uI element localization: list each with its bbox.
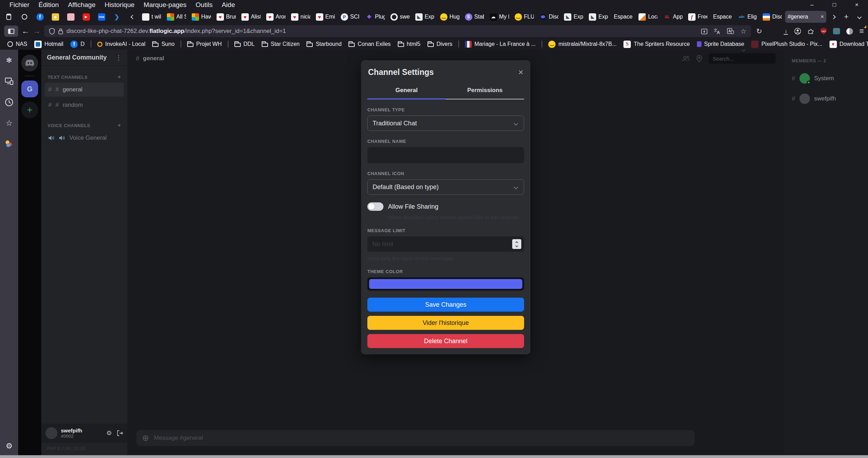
tab[interactable]: SCI RE (338, 11, 362, 23)
voice-channel-item[interactable]: Voice General (45, 131, 124, 145)
sidebar-toggle-button[interactable] (4, 26, 18, 37)
account-icon[interactable] (794, 28, 801, 35)
tab[interactable]: Explor (586, 11, 611, 23)
menu-outils[interactable]: Outils (191, 1, 217, 9)
channel-item-general[interactable]: # # general (45, 83, 124, 97)
members-toggle-icon[interactable] (682, 55, 690, 62)
scroll-tabs-right-icon[interactable] (827, 11, 839, 22)
new-tab-button[interactable]: + (840, 11, 852, 22)
profile-colors-icon[interactable] (6, 140, 13, 147)
facebook-pinned-tab[interactable] (33, 11, 47, 23)
logout-icon[interactable] (117, 430, 123, 436)
theme-color-input[interactable] (367, 277, 524, 291)
save-changes-button[interactable]: Save Changes (367, 298, 524, 312)
translate-icon[interactable]: 文 A (714, 28, 721, 34)
member-row-system[interactable]: # System (792, 73, 860, 84)
message-input[interactable]: ⊕ Message #general (136, 430, 694, 446)
robot-extension-icon[interactable] (833, 28, 840, 34)
bookmark-item[interactable]: Sprite Database (694, 40, 748, 49)
message-limit-input[interactable] (367, 236, 524, 252)
history-clock-icon[interactable] (5, 98, 13, 106)
menu-aide[interactable]: Aide (217, 1, 240, 9)
devices-icon[interactable] (5, 77, 13, 85)
settings-gear-icon[interactable]: ⚙ (5, 442, 13, 450)
tab[interactable]: Eligibi (735, 11, 760, 23)
channel-type-select[interactable]: Traditional Chat (367, 116, 524, 131)
channel-item-random[interactable]: # # random (45, 98, 124, 112)
server-menu-icon[interactable]: ⋮ (115, 54, 122, 62)
tab[interactable]: My Ha (487, 11, 511, 23)
tab[interactable]: Aromy (264, 11, 288, 23)
tab[interactable]: Appar (661, 11, 685, 23)
pin-icon[interactable] (696, 55, 702, 62)
add-text-channel-icon[interactable]: + (118, 74, 121, 81)
menu-historique[interactable]: Historique (100, 1, 139, 9)
tab[interactable]: Explor (562, 11, 586, 23)
tab-general[interactable]: General (367, 83, 446, 99)
delete-channel-button[interactable]: Delete Channel (367, 334, 524, 348)
tab[interactable]: t will (140, 11, 164, 23)
tab[interactable]: All Siz (164, 11, 189, 23)
dsm-pinned-tab[interactable] (94, 11, 109, 23)
bookmark-item[interactable]: Mariage - La France à ... (462, 40, 539, 49)
minimize-button[interactable]: – (801, 0, 823, 10)
tab[interactable]: Alister (239, 11, 263, 23)
reload-icon[interactable]: ↻ (756, 27, 762, 35)
file-sharing-toggle[interactable] (367, 202, 383, 211)
tab[interactable]: Espace clie (611, 11, 635, 23)
tab[interactable]: FLUX.2 (512, 11, 536, 23)
bookmark-item[interactable]: PixelPlush Studio - Pix... (748, 40, 825, 49)
tab[interactable]: Locati (636, 11, 660, 23)
server-icon-g[interactable]: G (21, 81, 38, 97)
tab[interactable]: Espace abo (711, 11, 735, 23)
bookmark-folder[interactable]: Starbound (303, 40, 345, 49)
scroll-tabs-left-icon[interactable] (127, 11, 139, 22)
channel-icon-select[interactable]: Default (Based on type) (367, 179, 524, 195)
synology-pinned-tab[interactable] (110, 11, 124, 23)
back-button[interactable]: ← (22, 27, 29, 36)
gray-extension-icon[interactable] (846, 28, 853, 35)
bookmark-folder[interactable]: Suno (149, 40, 177, 49)
ai-chatbot-icon[interactable]: ✻ (5, 56, 13, 64)
bookmark-folder[interactable]: DDL (231, 40, 258, 49)
tab[interactable]: Plugin (363, 11, 387, 23)
bookmark-item[interactable]: D (67, 40, 88, 49)
globe-pinned-tab[interactable] (17, 11, 32, 23)
tab-permissions[interactable]: Permissions (446, 83, 524, 99)
tab[interactable]: Free : (686, 11, 710, 23)
tab[interactable]: Stable (463, 11, 487, 23)
tab[interactable]: Bruni2 (214, 11, 238, 23)
tab[interactable]: Discor (537, 11, 561, 23)
bookmark-star-icon[interactable]: ☆ (740, 27, 746, 35)
tab[interactable]: swefpi (388, 11, 412, 23)
bookmark-item[interactable]: Hotmail (31, 40, 66, 49)
app-menu-icon[interactable]: ≡ (859, 27, 864, 36)
sprite-pinned-tab[interactable] (63, 11, 78, 23)
tab[interactable]: Huggi (438, 11, 462, 23)
close-button[interactable]: × (846, 0, 868, 10)
add-server-button[interactable]: + (21, 102, 38, 118)
bookmark-item[interactable]: mistralai/Mixtral-8x7B... (545, 40, 620, 49)
forward-button[interactable]: → (33, 27, 41, 36)
bookmark-item[interactable]: Download Time Mana... (826, 40, 868, 49)
firefox-view-button[interactable] (3, 11, 15, 22)
gold-pinned-tab[interactable] (48, 11, 63, 23)
bookmark-folder[interactable]: Divers (424, 40, 456, 49)
list-tabs-icon[interactable] (853, 11, 865, 22)
clear-history-button[interactable]: Vider l'historique (367, 316, 524, 330)
bookmarks-star-sidebar-icon[interactable]: ☆ (5, 119, 13, 127)
menu-edition[interactable]: Édition (34, 1, 63, 9)
user-settings-gear-icon[interactable]: ⚙ (106, 429, 112, 437)
discord-home-button[interactable] (21, 55, 38, 71)
bookmark-folder[interactable]: html5 (395, 40, 424, 49)
tab[interactable]: Discor (760, 11, 784, 23)
member-row-swefpifh[interactable]: # swefpifh (792, 93, 860, 104)
tab[interactable]: Hawai (189, 11, 213, 23)
channel-name-input[interactable] (367, 147, 524, 163)
tab-close-icon[interactable]: × (820, 13, 824, 20)
menu-fichier[interactable]: Fichier (5, 1, 34, 9)
modal-close-icon[interactable]: × (518, 67, 523, 77)
server-header[interactable]: General Community ⋮ (41, 50, 127, 66)
tab[interactable]: Emie0 (313, 11, 338, 23)
downloads-icon[interactable]: ↓ (784, 28, 788, 35)
